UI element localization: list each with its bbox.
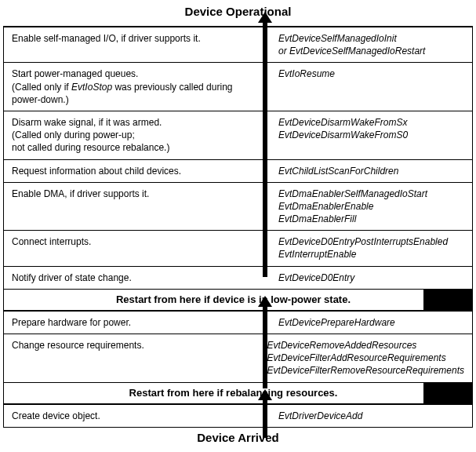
table-row: Change resource requirements. EvtDeviceR… <box>4 334 472 383</box>
table-row: Disarm wake signal, if it was armed.(Cal… <box>4 111 472 160</box>
restart-bar-low-power: Restart from here if device is in low-po… <box>4 289 472 311</box>
title-device-arrived: Device Arrived <box>0 428 476 449</box>
table-row: Create device object. EvtDriverDeviceAdd <box>4 404 472 427</box>
step-callbacks: EvtDmaEnablerSelfManagedIoStartEvtDmaEna… <box>271 183 472 231</box>
section-3: Create device object. EvtDriverDeviceAdd <box>4 404 472 427</box>
restart-label: Restart from here if device is in low-po… <box>4 293 423 305</box>
table-row: Enable self-managed I/O, if driver suppo… <box>4 27 472 63</box>
step-description: Request information about child devices. <box>4 160 271 182</box>
step-description: Connect interrupts. <box>4 231 271 265</box>
step-description: Disarm wake signal, if it was armed.(Cal… <box>4 111 271 159</box>
step-description: Start power-managed queues. (Called only… <box>4 63 271 111</box>
table-row: Request information about child devices.… <box>4 159 472 183</box>
table-row: Notify driver of state change. EvtDevice… <box>4 266 472 290</box>
restart-black-box <box>423 290 472 310</box>
restart-bar-rebalance: Restart from here if rebalancing resourc… <box>4 382 472 404</box>
step-description: Change resource requirements. <box>4 334 260 382</box>
step-description: Create device object. <box>4 405 271 427</box>
table-row: Prepare hardware for power. EvtDevicePre… <box>4 311 472 334</box>
restart-black-box <box>423 383 472 403</box>
table-row: Connect interrupts. EvtDeviceD0EntryPost… <box>4 230 472 266</box>
step-description: Enable self-managed I/O, if driver suppo… <box>4 27 271 62</box>
step-callbacks: EvtChildListScanForChildren <box>271 160 472 182</box>
step-callbacks: EvtDeviceRemoveAddedResourcesEvtDeviceFi… <box>260 334 472 382</box>
step-description: Notify driver of state change. <box>4 267 271 289</box>
step-callbacks: EvtDeviceD0Entry <box>271 267 472 289</box>
table-row: Enable DMA, if driver supports it. EvtDm… <box>4 182 472 231</box>
section-1: Enable self-managed I/O, if driver suppo… <box>4 27 472 290</box>
step-callbacks: EvtDriverDeviceAdd <box>271 405 472 427</box>
step-callbacks: EvtDeviceD0EntryPostInterruptsEnabledEvt… <box>271 231 472 265</box>
step-description: Prepare hardware for power. <box>4 312 271 334</box>
section-2: Prepare hardware for power. EvtDevicePre… <box>4 311 472 383</box>
diagram-container: Enable self-managed I/O, if driver suppo… <box>3 26 473 428</box>
title-device-operational: Device Operational <box>0 0 476 23</box>
step-description: Enable DMA, if driver supports it. <box>4 183 271 231</box>
step-callbacks: EvtDevicePrepareHardware <box>271 312 472 334</box>
step-callbacks: EvtDeviceSelfManagedIoInitor EvtDeviceSe… <box>271 27 472 62</box>
table-row: Start power-managed queues. (Called only… <box>4 62 472 111</box>
step-callbacks: EvtIoResume <box>271 63 472 111</box>
restart-label: Restart from here if rebalancing resourc… <box>4 387 423 399</box>
step-callbacks: EvtDeviceDisarmWakeFromSxEvtDeviceDisarm… <box>271 111 472 159</box>
